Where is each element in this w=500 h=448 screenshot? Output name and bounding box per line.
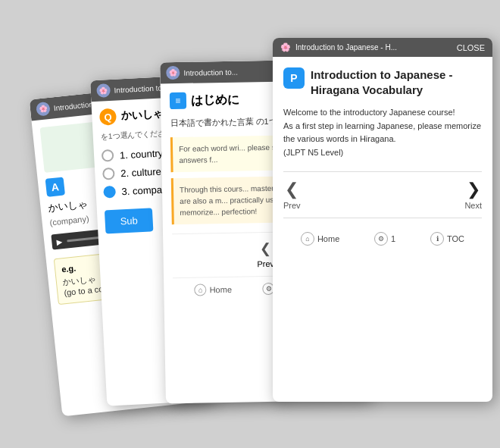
play-icon[interactable]: ▶ bbox=[56, 237, 63, 246]
card4-settings-item[interactable]: ⚙ 1 bbox=[374, 232, 395, 246]
card4-page-num: 1 bbox=[391, 234, 395, 243]
card4-bottom-bar: ⌂ Home ⚙ 1 ℹ TOC bbox=[283, 226, 482, 252]
radio-2[interactable] bbox=[102, 168, 115, 180]
main-title: Introduction to Japanese - Hiragana Voca… bbox=[311, 67, 482, 97]
prev-button[interactable]: ❮ Prev bbox=[257, 240, 274, 268]
card1-icon: 🌸 bbox=[36, 102, 51, 117]
card4-description: Welcome to the introductory Japanese cou… bbox=[283, 106, 482, 159]
card4-navigation: ❮ Prev ❯ Next bbox=[283, 171, 482, 218]
home-item[interactable]: ⌂ Home bbox=[194, 283, 232, 296]
prev-nav-label: Prev bbox=[283, 201, 301, 210]
prev-nav-button[interactable]: ❮ Prev bbox=[283, 180, 301, 210]
desc-line1: Welcome to the introductory Japanese cou… bbox=[283, 108, 455, 117]
card4-section-header: P Introduction to Japanese - Hiragana Vo… bbox=[283, 67, 482, 97]
radio-1[interactable] bbox=[102, 149, 114, 162]
home-label: Home bbox=[209, 284, 232, 294]
section-icon: ≡ bbox=[170, 92, 186, 109]
card4-settings-icon: ⚙ bbox=[374, 232, 388, 246]
card4-toc-item[interactable]: ℹ TOC bbox=[430, 232, 464, 246]
prev-label: Prev bbox=[257, 258, 274, 268]
prev-arrow-icon: ❮ bbox=[260, 240, 271, 256]
card4-home-item[interactable]: ⌂ Home bbox=[301, 232, 339, 246]
prev-arrow-icon: ❮ bbox=[285, 180, 298, 199]
card4-home-icon: ⌂ bbox=[301, 232, 314, 246]
close-button[interactable]: CLOSE bbox=[457, 43, 485, 52]
desc-line3: (JLPT N5 Level) bbox=[283, 148, 343, 157]
q-icon: Q bbox=[99, 108, 117, 126]
p-icon: P bbox=[283, 67, 305, 89]
next-nav-button[interactable]: ❯ Next bbox=[464, 180, 482, 210]
home-icon: ⌂ bbox=[194, 284, 206, 296]
option-1-label: 1. country bbox=[120, 147, 164, 161]
option-2-label: 2. culture bbox=[120, 165, 161, 179]
desc-line2: As a first step in learning Japanese, pl… bbox=[283, 121, 481, 144]
card4-header: 🌸 Introduction to Japanese - H... CLOSE bbox=[273, 38, 492, 57]
card-4: 🌸 Introduction to Japanese - H... CLOSE … bbox=[273, 38, 492, 402]
card4-title: Introduction to Japanese - H... bbox=[295, 43, 452, 52]
question-word: かいしゃ bbox=[120, 107, 164, 123]
card3-icon: 🌸 bbox=[166, 66, 180, 80]
card4-icon: 🌸 bbox=[280, 42, 291, 52]
section-title: はじめに bbox=[191, 92, 239, 108]
card4-info-icon: ℹ bbox=[430, 232, 444, 246]
submit-button[interactable]: Sub bbox=[105, 208, 154, 233]
answer-badge: A bbox=[45, 177, 65, 196]
next-nav-label: Next bbox=[464, 201, 482, 210]
card2-icon: 🌸 bbox=[96, 83, 111, 98]
next-arrow-icon: ❯ bbox=[467, 180, 480, 199]
card4-home-label: Home bbox=[317, 234, 339, 243]
card4-toc-label: TOC bbox=[447, 234, 464, 243]
radio-3[interactable] bbox=[103, 186, 116, 199]
